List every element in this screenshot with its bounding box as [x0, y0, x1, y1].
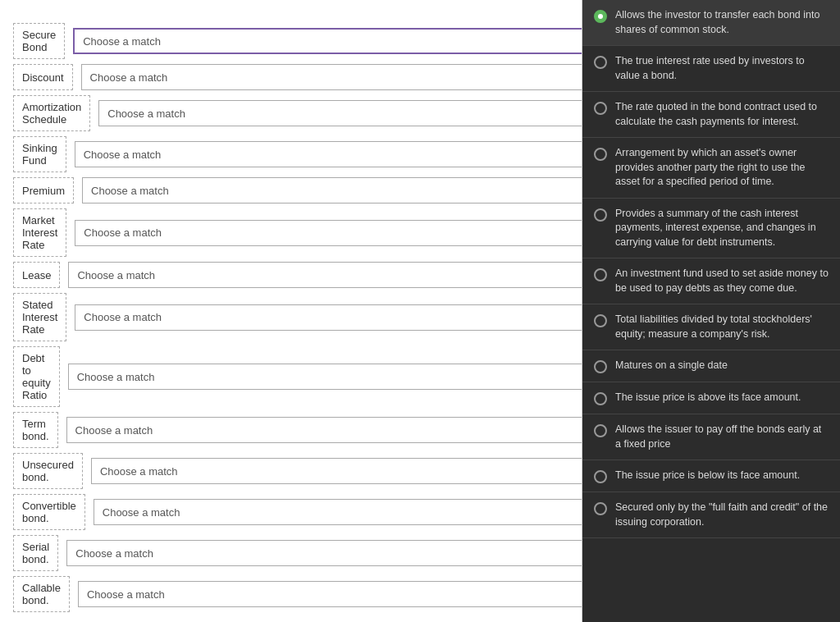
answer-select[interactable]: Choose a matchAllows the investor to tra…: [75, 141, 582, 167]
answer-select[interactable]: Choose a matchAllows the investor to tra…: [78, 581, 582, 607]
option-item[interactable]: The true interest rate used by investors…: [582, 46, 840, 92]
prompt-label: Sinking Fund: [13, 136, 66, 172]
answer-select[interactable]: Choose a matchAllows the investor to tra…: [68, 364, 582, 390]
radio-circle: [594, 360, 607, 373]
radio-circle: [594, 502, 607, 515]
answer-select[interactable]: Choose a matchAllows the investor to tra…: [98, 100, 582, 126]
option-item[interactable]: Matures on a single date: [582, 350, 840, 382]
options-container: Allows the investor to transfer each bon…: [582, 0, 840, 538]
option-text: Allows the investor to transfer each bon…: [615, 8, 829, 37]
prompt-label: Debt to equity Ratio: [13, 346, 60, 407]
radio-circle: [594, 424, 607, 437]
prompt-label: Term bond.: [13, 412, 58, 448]
radio-circle: [594, 102, 607, 115]
match-row: Convertible bond.Choose a matchAllows th…: [13, 494, 568, 530]
match-row: Market Interest RateChoose a matchAllows…: [13, 208, 568, 257]
match-row: Serial bond.Choose a matchAllows the inv…: [13, 535, 568, 571]
match-row: Amortization ScheduleChoose a matchAllow…: [13, 95, 568, 131]
match-row: DiscountChoose a matchAllows the investo…: [13, 64, 568, 90]
match-row: LeaseChoose a matchAllows the investor t…: [13, 262, 568, 288]
match-row: Stated Interest RateChoose a matchAllows…: [13, 293, 568, 341]
answer-select[interactable]: Choose a matchAllows the investor to tra…: [75, 220, 582, 246]
right-panel: Allows the investor to transfer each bon…: [582, 0, 840, 622]
option-item[interactable]: Arrangement by which an asset's owner pr…: [582, 138, 840, 199]
option-text: The issue price is above its face amount…: [615, 391, 801, 405]
left-panel: Secure BondChoose a matchAllows the inve…: [0, 0, 582, 622]
answer-select[interactable]: Choose a matchAllows the investor to tra…: [75, 304, 582, 331]
match-row: Term bond.Choose a matchAllows the inves…: [13, 412, 568, 448]
option-text: The true interest rate used by investors…: [615, 54, 829, 83]
prompt-label: Discount: [13, 64, 73, 90]
match-row: PremiumChoose a matchAllows the investor…: [13, 177, 568, 204]
prompt-label: Market Interest Rate: [13, 208, 66, 257]
option-text: Allows the issuer to pay off the bonds e…: [615, 423, 829, 451]
answer-select[interactable]: Choose a matchAllows the investor to tra…: [66, 417, 582, 443]
option-item[interactable]: The rate quoted in the bond contract use…: [582, 92, 840, 138]
answer-select[interactable]: Choose a matchAllows the investor to tra…: [66, 540, 582, 566]
prompt-label: Secure Bond: [13, 23, 65, 59]
option-item[interactable]: Total liabilities divided by total stock…: [582, 304, 840, 350]
option-text: Matures on a single date: [615, 359, 728, 373]
match-row: Sinking FundChoose a matchAllows the inv…: [13, 136, 568, 172]
option-text: Secured only by the "full faith and cred…: [615, 501, 829, 529]
prompt-label: Callable bond.: [13, 576, 70, 612]
option-text: Provides a summary of the cash interest …: [615, 207, 829, 250]
option-item[interactable]: An investment fund used to set aside mon…: [582, 258, 840, 304]
radio-circle: [594, 392, 607, 405]
match-rows-container: Secure BondChoose a matchAllows the inve…: [13, 23, 568, 612]
prompt-label: Stated Interest Rate: [13, 293, 66, 341]
match-row: Unsecured bond.Choose a matchAllows the …: [13, 453, 568, 489]
match-row: Debt to equity RatioChoose a matchAllows…: [13, 346, 568, 407]
prompt-label: Lease: [13, 262, 60, 288]
radio-circle: [594, 148, 607, 161]
answer-select[interactable]: Choose a matchAllows the investor to tra…: [81, 64, 582, 90]
match-row: Secure BondChoose a matchAllows the inve…: [13, 23, 568, 59]
option-text: The issue price is below its face amount…: [615, 469, 800, 483]
prompt-label: Convertible bond.: [13, 494, 85, 530]
option-item[interactable]: Allows the issuer to pay off the bonds e…: [582, 414, 840, 460]
option-text: Arrangement by which an asset's owner pr…: [615, 146, 829, 190]
prompt-label: Serial bond.: [13, 535, 58, 571]
option-text: An investment fund used to set aside mon…: [615, 267, 829, 295]
prompt-label: Premium: [13, 177, 74, 204]
radio-circle: [594, 314, 607, 327]
radio-circle: [594, 208, 607, 222]
match-row: Callable bond.Choose a matchAllows the i…: [13, 576, 568, 612]
prompt-label: Unsecured bond.: [13, 453, 83, 489]
option-item[interactable]: Allows the investor to transfer each bon…: [582, 0, 840, 46]
answer-select[interactable]: Choose a matchAllows the investor to tra…: [68, 262, 582, 288]
option-text: Total liabilities divided by total stock…: [615, 313, 829, 341]
answer-select[interactable]: Choose a matchAllows the investor to tra…: [73, 28, 582, 54]
option-text: The rate quoted in the bond contract use…: [615, 100, 829, 129]
prompt-label: Amortization Schedule: [13, 95, 90, 131]
radio-circle: [594, 470, 607, 483]
radio-circle: [594, 10, 607, 23]
radio-circle: [594, 268, 607, 281]
answer-select[interactable]: Choose a matchAllows the investor to tra…: [82, 177, 582, 204]
answer-select[interactable]: Choose a matchAllows the investor to tra…: [94, 499, 582, 525]
answer-select[interactable]: Choose a matchAllows the investor to tra…: [91, 458, 582, 484]
option-item[interactable]: Secured only by the "full faith and cred…: [582, 492, 840, 538]
radio-circle: [594, 56, 607, 69]
option-item[interactable]: Provides a summary of the cash interest …: [582, 199, 840, 259]
option-item[interactable]: The issue price is above its face amount…: [582, 382, 840, 414]
option-item[interactable]: The issue price is below its face amount…: [582, 460, 840, 492]
